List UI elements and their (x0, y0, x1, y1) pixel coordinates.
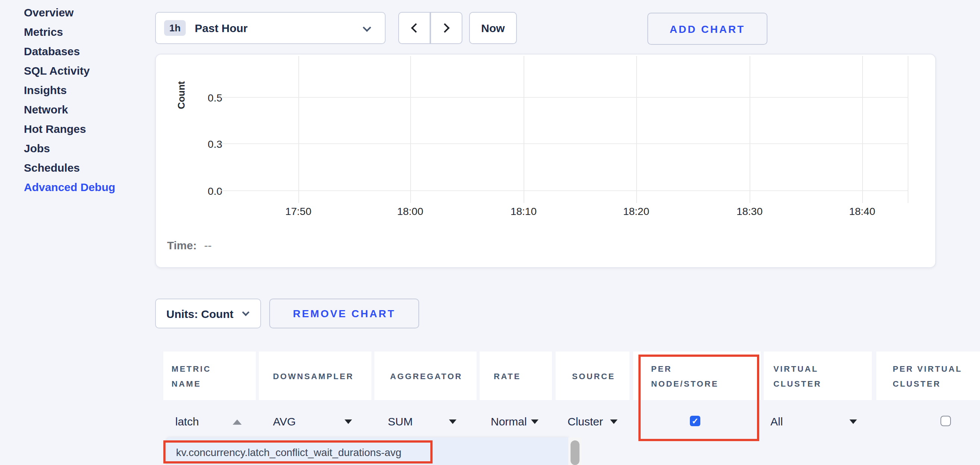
chart-gridline-vertical (298, 56, 299, 203)
header-virtual-cluster: VIRTUAL CLUSTER (764, 352, 872, 400)
header-metric-name: METRIC NAME (163, 352, 256, 400)
x-tick-label: 18:00 (388, 205, 433, 217)
chart-gridline-vertical (410, 56, 411, 203)
time-range-select[interactable]: 1h Past Hour (155, 12, 386, 44)
y-tick-label: 0.3 (192, 138, 222, 150)
sidebar-item-overview[interactable]: Overview (24, 3, 136, 22)
checkbox-check-icon: ✓ (692, 416, 698, 426)
chart-gridline-vertical (636, 56, 637, 203)
caret-down-icon[interactable] (345, 419, 352, 424)
time-nav-group (398, 12, 462, 44)
virtual-cluster-select[interactable]: All (770, 414, 783, 429)
header-per-node-store: PER NODE/STORE (633, 352, 761, 400)
chevron-down-icon (242, 308, 250, 316)
chart-gridline-vertical (523, 56, 524, 203)
chart-hover-time-legend: Time:-- (167, 239, 212, 251)
time-prev-button[interactable] (398, 12, 430, 44)
sidebar-item-databases[interactable]: Databases (24, 42, 136, 61)
chart-gridline-horizontal (221, 143, 908, 144)
metric-suggestion-item[interactable]: kv.concurrency.latch_conflict_wait_durat… (176, 443, 422, 461)
per-node-store-checkbox[interactable]: ✓ (690, 416, 700, 426)
chart-y-axis-label: Count (176, 80, 187, 111)
sidebar-item-network[interactable]: Network (24, 100, 136, 120)
chart-gridline-vertical (749, 56, 750, 203)
y-tick-label: 0.0 (192, 185, 222, 197)
header-aggregator: AGGREGATOR (374, 352, 477, 400)
remove-chart-button[interactable]: REMOVE CHART (269, 299, 419, 328)
source-select[interactable]: Cluster (568, 414, 603, 429)
sort-up-icon[interactable] (233, 419, 242, 425)
chart-gridline-horizontal (221, 97, 908, 98)
per-virtual-cluster-checkbox[interactable] (940, 416, 951, 426)
y-tick-label: 0.5 (192, 92, 222, 104)
advanced-debug-custom-chart-page: Overview Metrics Databases SQL Activity … (0, 0, 980, 465)
x-tick-label: 17:50 (276, 205, 321, 217)
units-select[interactable]: Units: Count (155, 299, 261, 328)
time-range-label: Past Hour (195, 22, 248, 34)
add-chart-button[interactable]: ADD CHART (648, 13, 767, 45)
sidebar-item-insights[interactable]: Insights (24, 81, 136, 100)
chevron-right-icon (440, 23, 449, 32)
metric-name-input[interactable]: latch (175, 414, 199, 429)
header-per-virtual-cluster: PER VIRTUAL CLUSTER (877, 352, 980, 400)
header-rate: RATE (480, 352, 552, 400)
chart-gridline-horizontal (221, 190, 908, 191)
sidebar-item-schedules[interactable]: Schedules (24, 158, 136, 177)
caret-down-icon[interactable] (531, 419, 538, 424)
now-button[interactable]: Now (469, 12, 517, 44)
x-tick-label: 18:10 (501, 205, 546, 217)
time-legend-label: Time: (167, 239, 197, 251)
chevron-left-icon (411, 23, 420, 32)
time-range-badge: 1h (164, 20, 186, 36)
caret-down-icon[interactable] (610, 419, 617, 424)
chevron-down-icon (363, 24, 371, 32)
header-source: SOURCE (556, 352, 630, 400)
sidebar-nav: Overview Metrics Databases SQL Activity … (24, 3, 136, 197)
sidebar-item-metrics[interactable]: Metrics (24, 22, 136, 42)
time-legend-value: -- (204, 239, 212, 251)
sidebar-item-hot-ranges[interactable]: Hot Ranges (24, 120, 136, 139)
sidebar-item-advanced-debug[interactable]: Advanced Debug (24, 177, 136, 197)
aggregator-select[interactable]: SUM (388, 414, 413, 429)
x-tick-label: 18:20 (614, 205, 659, 217)
header-downsampler: DOWNSAMPLER (259, 352, 371, 400)
caret-down-icon[interactable] (449, 419, 457, 424)
rate-select[interactable]: Normal (491, 414, 527, 429)
caret-down-icon[interactable] (850, 419, 857, 424)
chart-gridline-vertical (908, 56, 908, 203)
units-select-label: Units: Count (166, 307, 234, 320)
time-next-button[interactable] (430, 12, 462, 44)
chart-gridline-vertical (862, 56, 863, 203)
sidebar-item-jobs[interactable]: Jobs (24, 139, 136, 158)
chart-panel (155, 54, 936, 268)
sidebar-item-sql-activity[interactable]: SQL Activity (24, 61, 136, 81)
x-tick-label: 18:40 (840, 205, 885, 217)
x-tick-label: 18:30 (727, 205, 772, 217)
downsampler-select[interactable]: AVG (273, 414, 296, 429)
dropdown-scrollbar-thumb[interactable] (571, 440, 579, 465)
